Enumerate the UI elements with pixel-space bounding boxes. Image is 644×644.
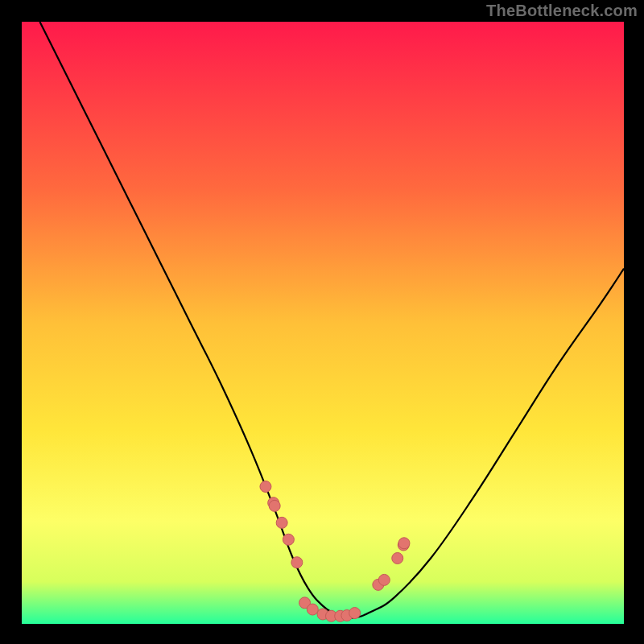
curve-dot <box>276 517 287 528</box>
curve-dot <box>392 552 403 564</box>
curve-dot <box>283 534 294 545</box>
curve-dot <box>307 604 318 615</box>
bottleneck-chart <box>0 0 644 644</box>
curve-dot <box>349 608 361 619</box>
chart-stage: TheBottleneck.com <box>0 0 644 644</box>
gradient-background <box>22 22 624 624</box>
curve-dot <box>398 538 410 549</box>
curve-dot <box>291 557 303 568</box>
watermark-text: TheBottleneck.com <box>486 2 638 20</box>
curve-dot <box>269 500 280 511</box>
curve-dot <box>260 481 271 492</box>
curve-dot <box>378 574 390 585</box>
